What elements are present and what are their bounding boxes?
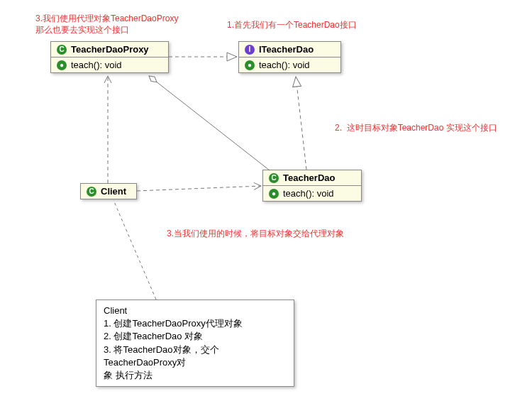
edge-note-to-client bbox=[113, 200, 156, 300]
uml-interface-iteacherdao: I ITeacherDao ● teach(): void bbox=[238, 41, 341, 73]
class-icon: C bbox=[87, 187, 96, 197]
method-icon: ● bbox=[57, 60, 67, 70]
note-line: 3. 将TeacherDao对象，交个TeacherDaoProxy对 bbox=[104, 344, 287, 369]
interface-icon: I bbox=[245, 45, 255, 55]
annotation-2: 2. 这时目标对象TeacherDao 实现这个接口 bbox=[335, 122, 497, 133]
class-name: TeacherDao bbox=[283, 172, 335, 183]
class-name: TeacherDaoProxy bbox=[71, 44, 149, 55]
uml-method: ● teach(): void bbox=[263, 186, 361, 201]
note-line: 2. 创建TeacherDao 对象 bbox=[104, 330, 287, 343]
uml-class-title: C TeacherDao bbox=[263, 170, 361, 186]
edge-dao-implements-iface bbox=[296, 77, 306, 170]
uml-class-title: C TeacherDaoProxy bbox=[51, 42, 168, 57]
annotation-4: 3.当我们使用的时候，将目标对象交给代理对象 bbox=[167, 228, 344, 239]
class-icon: C bbox=[269, 173, 279, 183]
annotation-3: 3.我们使用代理对象TeacherDaoProxy 那么也要去实现这个接口 bbox=[35, 13, 178, 35]
edge-proxy-aggregates-dao bbox=[149, 76, 270, 170]
class-icon: C bbox=[57, 45, 67, 55]
annotation-3-line2: 那么也要去实现这个接口 bbox=[35, 25, 129, 35]
uml-class-teacherdao: C TeacherDao ● teach(): void bbox=[262, 170, 362, 202]
class-name: Client bbox=[101, 186, 126, 197]
note-line: 象 执行方法 bbox=[104, 369, 287, 382]
note-title: Client bbox=[104, 304, 287, 317]
uml-class-title: C Client bbox=[81, 184, 136, 199]
uml-note-client: Client 1. 创建TeacherDaoProxy代理对象 2. 创建Tea… bbox=[96, 300, 294, 387]
method-icon: ● bbox=[269, 189, 279, 199]
method-icon: ● bbox=[245, 60, 255, 70]
annotation-1: 1.首先我们有一个TeacherDao接口 bbox=[227, 19, 357, 31]
method-signature: teach(): void bbox=[259, 60, 310, 70]
method-signature: teach(): void bbox=[71, 60, 122, 70]
uml-method: ● teach(): void bbox=[51, 57, 168, 72]
uml-method: ● teach(): void bbox=[239, 57, 340, 72]
uml-class-client: C Client bbox=[80, 183, 137, 199]
uml-class-teacherdaoproxy: C TeacherDaoProxy ● teach(): void bbox=[50, 41, 169, 73]
note-line: 1. 创建TeacherDaoProxy代理对象 bbox=[104, 317, 287, 330]
uml-interface-title: I ITeacherDao bbox=[239, 42, 340, 57]
method-signature: teach(): void bbox=[283, 188, 334, 199]
edge-client-uses-dao bbox=[137, 186, 261, 191]
diagram-canvas: 1.首先我们有一个TeacherDao接口 3.我们使用代理对象TeacherD… bbox=[0, 0, 532, 401]
interface-name: ITeacherDao bbox=[259, 44, 314, 55]
annotation-3-line1: 3.我们使用代理对象TeacherDaoProxy bbox=[35, 13, 178, 23]
